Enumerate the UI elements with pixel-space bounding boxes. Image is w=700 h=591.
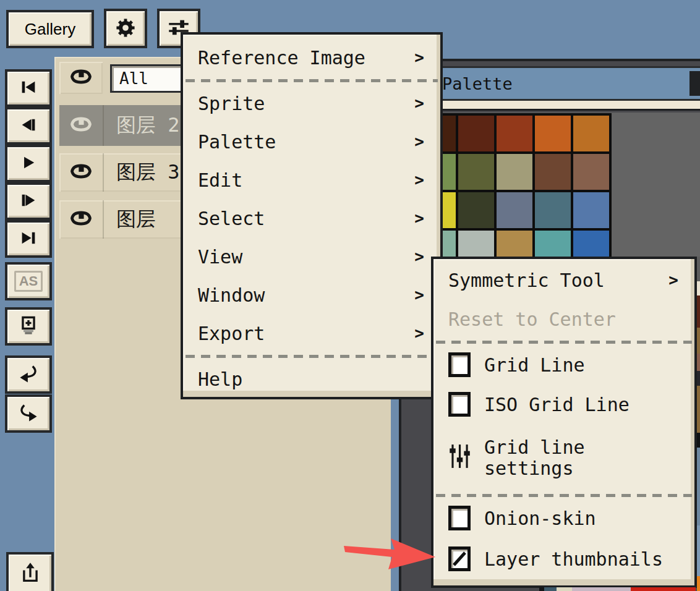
palette-swatch[interactable]	[573, 192, 609, 228]
layer-visibility-toggle[interactable]	[59, 105, 104, 146]
window-control-icon[interactable]	[689, 71, 700, 96]
menu-item-label: Grid line settings	[484, 437, 639, 479]
palette-content-sliver	[539, 587, 544, 591]
palette-content-sliver	[557, 587, 572, 591]
checkbox-unchecked-icon[interactable]	[448, 392, 471, 417]
palette-swatch[interactable]	[497, 154, 532, 190]
next-frame-icon	[19, 191, 38, 211]
skip-to-end-icon	[19, 229, 38, 249]
palette-window-titlebar[interactable]: Palette	[401, 66, 700, 101]
palette-swatch[interactable]	[535, 192, 571, 228]
palette-swatch[interactable]	[573, 116, 609, 151]
vertical-sliders-icon	[448, 443, 471, 474]
prev-frame-button[interactable]	[5, 107, 52, 145]
menu-item-window[interactable]: Window >	[183, 276, 440, 314]
chevron-right-icon: >	[414, 209, 424, 227]
palette-content-sliver	[697, 448, 700, 525]
menu-item-export[interactable]: Export >	[183, 314, 440, 352]
palette-content-sliver-strip	[697, 257, 700, 591]
palette-window-title: Palette	[442, 74, 513, 93]
export-button[interactable]	[6, 552, 54, 591]
menu-item-label: Layer thumbnails	[484, 548, 663, 570]
chevron-right-icon: >	[414, 324, 424, 342]
chevron-right-icon: >	[414, 247, 424, 266]
submenu-item-iso-grid-line[interactable]: ISO Grid Line	[433, 384, 694, 425]
gallery-button[interactable]: Gallery	[6, 10, 94, 48]
add-frame-icon	[19, 315, 38, 338]
gallery-button-label: Gallery	[25, 20, 75, 39]
palette-content-sliver	[631, 587, 696, 591]
menu-item-label: Grid Line	[484, 354, 585, 376]
add-frame-button[interactable]	[5, 307, 52, 346]
menu-item-sprite[interactable]: Sprite >	[183, 84, 440, 122]
layer-visibility-toggle[interactable]	[59, 153, 104, 192]
palette-swatch[interactable]	[497, 192, 532, 228]
palette-swatch[interactable]	[458, 116, 494, 151]
layer-filter-value: All	[119, 69, 148, 88]
menu-item-label: Window	[198, 284, 265, 306]
autosave-button[interactable]: AS	[5, 262, 52, 300]
next-frame-button[interactable]	[5, 182, 52, 220]
menu-item-label: ISO Grid Line	[484, 394, 630, 415]
menu-item-label: View	[198, 246, 242, 268]
menu-item-palette[interactable]: Palette >	[183, 122, 440, 161]
palette-swatch[interactable]	[458, 192, 494, 228]
palette-content-sliver	[697, 433, 700, 448]
previous-frame-icon	[19, 116, 38, 136]
first-frame-button[interactable]	[5, 69, 52, 107]
palette-content-sliver	[544, 587, 557, 591]
redo-arrow-icon	[18, 402, 39, 425]
layer-visibility-toggle[interactable]	[59, 200, 104, 239]
palette-content-sliver	[697, 371, 700, 386]
menu-item-label: Palette	[198, 131, 276, 153]
checkbox-checked-icon[interactable]	[448, 546, 471, 571]
checkbox-unchecked-icon[interactable]	[448, 506, 471, 530]
play-button[interactable]	[5, 145, 52, 182]
submenu-item-symmetric-tool[interactable]: Symmetric Tool >	[433, 260, 694, 300]
menu-item-reference-image[interactable]: Reference Image >	[183, 38, 440, 77]
menu-item-label: Sprite	[198, 93, 265, 114]
palette-swatch[interactable]	[458, 154, 494, 190]
undo-button[interactable]	[5, 355, 52, 394]
palette-content-sliver	[697, 328, 700, 354]
layer-name: 图层 2	[104, 112, 180, 139]
palette-toolbar-strip	[401, 101, 700, 111]
undo-arrow-icon	[18, 364, 39, 386]
chevron-right-icon: >	[668, 271, 678, 289]
menu-item-help[interactable]: Help	[183, 360, 440, 398]
autosave-button-label: AS	[14, 271, 43, 292]
layer-name: 图层	[104, 206, 156, 233]
checkbox-unchecked-icon[interactable]	[448, 352, 471, 377]
eye-icon	[68, 161, 94, 184]
toggle-all-visibility-button[interactable]	[59, 62, 103, 94]
menu-item-label: Help	[198, 368, 242, 390]
settings-button[interactable]	[104, 9, 147, 48]
palette-content-sliver	[572, 587, 631, 591]
submenu-item-reset-to-center: Reset to Center	[433, 300, 694, 338]
submenu-item-grid-line[interactable]: Grid Line	[433, 346, 694, 384]
layer-name: 图层 3	[104, 159, 180, 186]
menu-separator	[433, 338, 694, 346]
palette-content-sliver	[697, 525, 700, 576]
redo-button[interactable]	[5, 394, 52, 433]
export-icon	[20, 562, 41, 586]
palette-swatch-grid	[417, 113, 612, 269]
view-submenu: Symmetric Tool > Reset to Center Grid Li…	[431, 257, 697, 588]
last-frame-button[interactable]	[5, 220, 52, 258]
submenu-item-layer-thumbnails[interactable]: Layer thumbnails	[433, 537, 694, 580]
menu-item-select[interactable]: Select >	[183, 199, 440, 237]
palette-swatch[interactable]	[497, 116, 532, 151]
submenu-item-onion-skin[interactable]: Onion-skin	[433, 499, 694, 537]
menu-separator	[433, 491, 694, 499]
menu-item-view[interactable]: View >	[183, 237, 440, 276]
palette-content-sliver	[697, 257, 700, 281]
submenu-item-grid-line-settings[interactable]: Grid line settings	[433, 425, 694, 491]
menu-item-label: Symmetric Tool	[448, 270, 605, 291]
palette-swatch[interactable]	[535, 154, 571, 190]
palette-swatch[interactable]	[535, 116, 571, 151]
menu-item-edit[interactable]: Edit >	[183, 161, 440, 199]
menu-item-label: Edit	[198, 169, 242, 191]
palette-content-sliver	[697, 354, 700, 371]
app-menu: Reference Image > Sprite > Palette > Edi…	[181, 32, 443, 399]
palette-swatch[interactable]	[573, 154, 609, 190]
